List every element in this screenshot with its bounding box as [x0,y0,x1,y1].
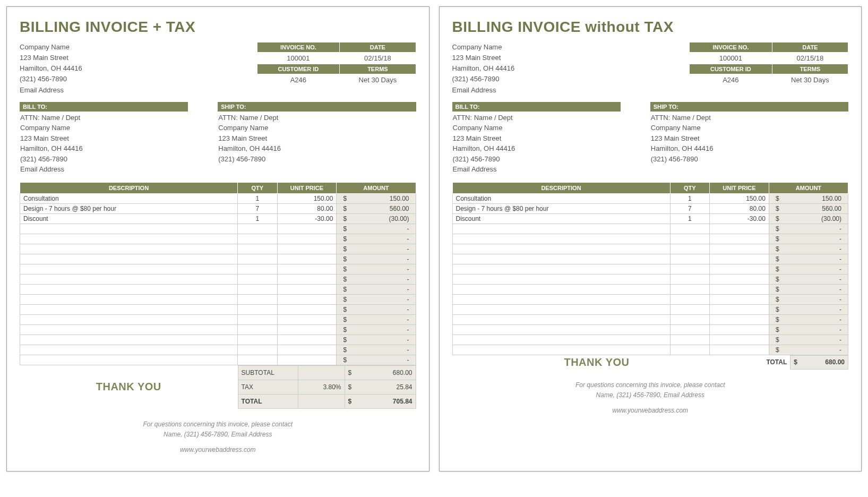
table-row: $- [452,224,848,234]
cell-amount: $- [769,324,848,335]
meta-header-terms: TERMS [340,64,416,74]
table-row: $- [452,244,848,254]
cell-unit-price [710,345,769,355]
address-line: 123 Main Street [452,133,650,144]
cell-description [452,314,670,324]
cell-unit-price [710,314,769,324]
cell-description [20,234,238,244]
cell-amount: $- [769,314,848,324]
table-row: $- [20,244,416,254]
line-items-table: DESCRIPTION QTY UNIT PRICE AMOUNT Consul… [452,182,849,355]
meta-header-invoice-no: INVOICE NO. [257,42,340,53]
meta-value-terms: Net 30 Days [340,74,416,86]
cell-description: Consultation [452,193,670,203]
col-description: DESCRIPTION [20,182,238,193]
table-row: $- [20,234,416,244]
table-row: Consultation1150.00$150.00 [452,193,848,203]
cell-description [20,244,238,254]
currency-symbol: $ [794,358,797,366]
meta-value-date: 02/15/18 [772,53,848,64]
invoice-meta: INVOICE NO.DATE 10000102/15/18 CUSTOMER … [689,42,848,85]
billto-label: BILL TO: [20,102,188,112]
cell-amount: $- [769,244,848,254]
cell-unit-price [277,284,337,294]
cell-amount: $- [337,355,416,365]
cell-description: Discount [20,213,238,224]
table-row: $- [452,304,848,314]
cell-qty [670,294,710,304]
totals-row: TAX3.80%$25.84 [238,380,416,394]
cell-amount: $- [769,264,848,274]
address-line: (321) 456-7890 [20,154,218,165]
meta-value-invoice-no: 100001 [257,53,340,64]
address-line: 123 Main Street [20,133,218,144]
address-line: Hamilton, OH 44416 [20,143,218,154]
totals-amount: $705.84 [345,394,416,408]
cell-description [452,274,670,284]
footer: For questions concerning this invoice, p… [452,380,849,416]
cell-qty [238,244,278,254]
cell-description [452,294,670,304]
meta-header-date: DATE [772,42,848,53]
footer-line2: Name, (321) 456-7890, Email Address [20,430,416,440]
totals-mid [298,365,345,380]
cell-qty [670,274,710,284]
cell-amount: $- [337,345,416,355]
cell-qty: 7 [238,203,278,213]
cell-unit-price [277,294,337,304]
cell-unit-price [277,244,337,254]
cell-amount: $- [769,224,848,234]
cell-description [452,304,670,314]
totals-label: TAX [238,380,298,394]
cell-amount: $- [769,335,848,345]
cell-unit-price [710,304,769,314]
totals-row: TOTAL$705.84 [238,394,416,408]
cell-unit-price [277,254,337,264]
address-line: ATTN: Name / Dept [452,113,650,123]
cell-qty [670,254,710,264]
cell-unit-price: 80.00 [277,203,337,213]
cell-qty: 1 [238,193,278,203]
footer-line2: Name, (321) 456-7890, Email Address [452,390,849,400]
invoice-without-tax: BILLING INVOICE without TAX Company Name… [439,6,862,472]
table-row: Design - 7 hours @ $80 per hour780.00$56… [20,203,416,213]
address-line: 123 Main Street [218,133,416,144]
cell-amount: $(30.00) [337,213,416,224]
table-row: $- [20,224,416,234]
cell-qty: 1 [670,213,710,224]
cell-unit-price: -30.00 [710,213,769,224]
cell-description [452,224,670,234]
cell-unit-price [277,234,337,244]
table-row: Consultation1150.00$150.00 [20,193,416,203]
cell-unit-price [277,355,337,365]
cell-amount: $- [337,254,416,264]
cell-unit-price [277,264,337,274]
cell-amount: $- [769,294,848,304]
cell-description [20,224,238,234]
cell-description [20,335,238,345]
table-row: Discount1-30.00$(30.00) [20,213,416,224]
cell-amount: $- [769,304,848,314]
cell-amount: $- [769,345,848,355]
address-line: 123 Main Street [452,53,515,63]
cell-unit-price [710,264,769,274]
billto-label: BILL TO: [452,102,621,112]
address-line: Hamilton, OH 44416 [650,143,848,154]
meta-value-terms: Net 30 Days [772,74,848,86]
cell-unit-price [710,244,769,254]
col-qty: QTY [670,182,710,193]
cell-description [20,304,238,314]
address-line: 123 Main Street [650,133,848,144]
cell-amount: $150.00 [769,193,848,203]
cell-qty [238,304,278,314]
totals-table: TOTAL $680.00 [741,355,848,370]
col-unit-price: UNIT PRICE [277,182,337,193]
address-line: (321) 456-7890 [452,154,650,165]
cell-qty: 1 [238,213,278,224]
cell-unit-price [277,304,337,314]
cell-amount: $- [337,294,416,304]
shipto-block: ATTN: Name / DeptCompany Name123 Main St… [650,113,848,165]
table-row: $- [20,254,416,264]
cell-unit-price [277,345,337,355]
address-line: ATTN: Name / Dept [650,113,848,123]
